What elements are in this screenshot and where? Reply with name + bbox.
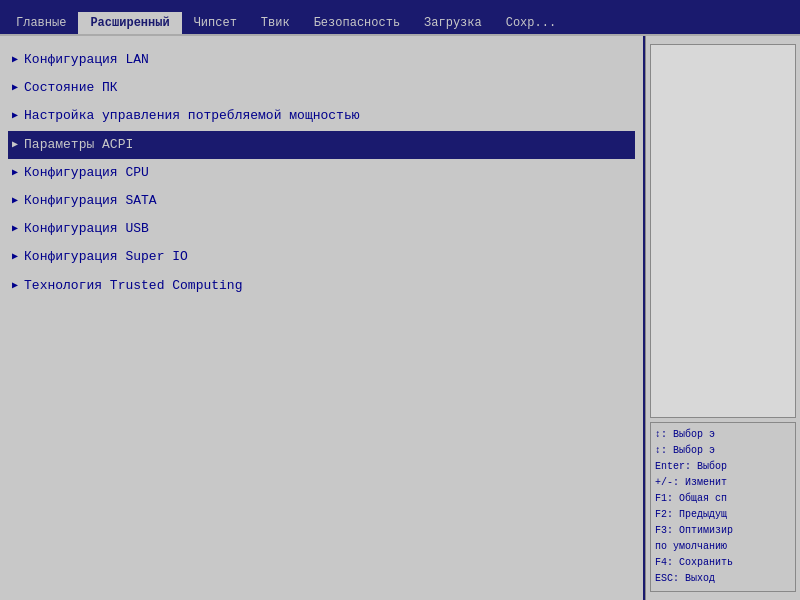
arrow-icon: ▶ bbox=[12, 81, 18, 95]
tab-sohranit[interactable]: Сохр... bbox=[494, 12, 568, 34]
menu-item-label: Конфигурация Super IO bbox=[24, 248, 188, 266]
arrow-icon: ▶ bbox=[12, 279, 18, 293]
bios-screen: ГлавныеРасширенныйЧипсетТвикБезопасность… bbox=[0, 0, 800, 600]
help-upper bbox=[650, 44, 796, 418]
tab-glavnye[interactable]: Главные bbox=[4, 12, 78, 34]
menu-item-label: Параметры ACPI bbox=[24, 136, 133, 154]
help-line: F2: Предыдущ bbox=[655, 507, 791, 523]
tab-tvik[interactable]: Твик bbox=[249, 12, 302, 34]
help-panel: ↕: Выбор э↕: Выбор эEnter: Выбор+/-: Изм… bbox=[645, 36, 800, 600]
main-content: ▶Конфигурация LAN▶Состояние ПК▶Настройка… bbox=[0, 36, 800, 600]
menu-item-label: Конфигурация CPU bbox=[24, 164, 149, 182]
menu-item-trusted[interactable]: ▶Технология Trusted Computing bbox=[8, 272, 635, 300]
menu-item-acpi[interactable]: ▶Параметры ACPI bbox=[8, 131, 635, 159]
nav-tabs: ГлавныеРасширенныйЧипсетТвикБезопасность… bbox=[0, 12, 800, 36]
menu-panel: ▶Конфигурация LAN▶Состояние ПК▶Настройка… bbox=[0, 36, 645, 600]
arrow-icon: ▶ bbox=[12, 166, 18, 180]
help-lower: ↕: Выбор э↕: Выбор эEnter: Выбор+/-: Изм… bbox=[650, 422, 796, 592]
menu-item-label: Состояние ПК bbox=[24, 79, 118, 97]
title-bar bbox=[0, 0, 800, 12]
menu-item-superio[interactable]: ▶Конфигурация Super IO bbox=[8, 243, 635, 271]
help-line: F1: Общая сп bbox=[655, 491, 791, 507]
arrow-icon: ▶ bbox=[12, 109, 18, 123]
menu-item-label: Конфигурация USB bbox=[24, 220, 149, 238]
help-line: F3: Оптимизир bbox=[655, 523, 791, 539]
help-line: ESC: Выход bbox=[655, 571, 791, 587]
arrow-icon: ▶ bbox=[12, 53, 18, 67]
help-line: по умолчанию bbox=[655, 539, 791, 555]
menu-item-label: Настройка управления потребляемой мощнос… bbox=[24, 107, 359, 125]
arrow-icon: ▶ bbox=[12, 222, 18, 236]
help-line: F4: Сохранить bbox=[655, 555, 791, 571]
menu-item-power[interactable]: ▶Настройка управления потребляемой мощно… bbox=[8, 102, 635, 130]
menu-item-label: Технология Trusted Computing bbox=[24, 277, 242, 295]
tab-zagruzka[interactable]: Загрузка bbox=[412, 12, 494, 34]
tab-chipset[interactable]: Чипсет bbox=[182, 12, 249, 34]
menu-item-cpu[interactable]: ▶Конфигурация CPU bbox=[8, 159, 635, 187]
menu-item-label: Конфигурация SATA bbox=[24, 192, 157, 210]
tab-bezopasnost[interactable]: Безопасность bbox=[302, 12, 412, 34]
help-line: ↕: Выбор э bbox=[655, 443, 791, 459]
menu-item-sata[interactable]: ▶Конфигурация SATA bbox=[8, 187, 635, 215]
help-line: ↕: Выбор э bbox=[655, 427, 791, 443]
menu-item-state[interactable]: ▶Состояние ПК bbox=[8, 74, 635, 102]
menu-item-usb[interactable]: ▶Конфигурация USB bbox=[8, 215, 635, 243]
tab-rasshirennyy[interactable]: Расширенный bbox=[78, 12, 181, 34]
arrow-icon: ▶ bbox=[12, 194, 18, 208]
menu-item-label: Конфигурация LAN bbox=[24, 51, 149, 69]
arrow-icon: ▶ bbox=[12, 138, 18, 152]
arrow-icon: ▶ bbox=[12, 250, 18, 264]
help-line: Enter: Выбор bbox=[655, 459, 791, 475]
menu-item-lan[interactable]: ▶Конфигурация LAN bbox=[8, 46, 635, 74]
help-line: +/-: Изменит bbox=[655, 475, 791, 491]
